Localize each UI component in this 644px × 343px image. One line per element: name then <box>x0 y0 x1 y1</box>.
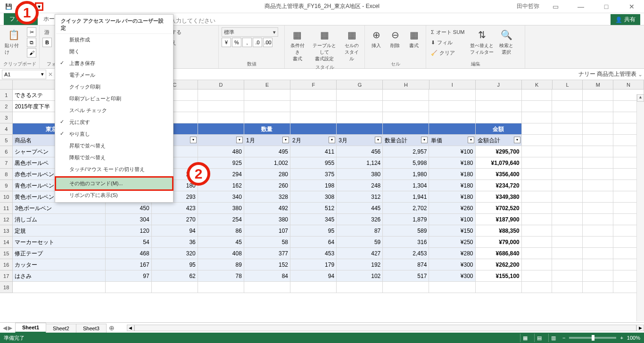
cell[interactable] <box>198 90 244 101</box>
row-header[interactable]: 12 <box>0 214 13 225</box>
cell[interactable] <box>583 259 613 270</box>
cell[interactable]: ¥88,350 <box>476 225 522 237</box>
cell[interactable] <box>583 112 613 123</box>
column-header[interactable]: E <box>244 80 290 89</box>
cell[interactable] <box>583 282 613 293</box>
cell[interactable] <box>522 101 553 112</box>
qat-show-below-ribbon[interactable]: リボンの下に表示(S) <box>56 189 172 201</box>
cell[interactable]: 95 <box>290 225 337 237</box>
cell[interactable] <box>583 157 613 169</box>
cell[interactable] <box>429 101 475 112</box>
close-icon[interactable]: ✕ <box>622 0 641 13</box>
cell[interactable] <box>552 270 583 282</box>
cell[interactable]: 金額合計▾ <box>476 135 522 146</box>
cell[interactable] <box>429 112 475 123</box>
share-button[interactable]: 👤共有 <box>611 14 640 25</box>
column-header[interactable]: L <box>553 80 583 89</box>
cell[interactable]: ¥180 <box>429 169 475 180</box>
cell[interactable]: ¥79,000 <box>476 237 522 248</box>
cell[interactable] <box>198 112 244 123</box>
cell[interactable]: 316 <box>383 237 429 248</box>
zoom-in-icon[interactable]: + <box>620 335 623 341</box>
cell[interactable]: ▾ <box>198 135 244 146</box>
cell[interactable] <box>522 123 553 135</box>
row-header[interactable]: 8 <box>0 169 13 180</box>
qat-menu-item[interactable]: 降順で並べ替え <box>56 152 172 163</box>
cell[interactable] <box>244 112 290 123</box>
cell[interactable] <box>552 225 583 237</box>
cell[interactable] <box>337 112 383 123</box>
column-header[interactable]: J <box>476 80 522 89</box>
filter-icon[interactable]: ▾ <box>468 137 474 143</box>
qat-menu-item[interactable]: ✓元に戻す <box>56 116 172 128</box>
cell[interactable]: 102 <box>337 270 383 282</box>
cell[interactable]: 328 <box>244 191 290 203</box>
cell[interactable]: 36 <box>152 237 198 248</box>
cell[interactable]: 427 <box>337 248 383 259</box>
cell[interactable]: ¥150 <box>429 225 475 237</box>
cell[interactable] <box>522 270 553 282</box>
cell[interactable] <box>337 282 383 293</box>
cell[interactable] <box>522 169 553 180</box>
cell[interactable] <box>583 237 613 248</box>
cell[interactable]: 金額 <box>476 123 522 135</box>
cell[interactable] <box>383 101 429 112</box>
cell[interactable] <box>337 123 383 135</box>
cell[interactable]: マーカーセット <box>13 237 105 248</box>
cell[interactable] <box>552 112 583 123</box>
sheet-nav-prev-icon[interactable]: ◀ <box>3 325 7 331</box>
cell[interactable] <box>476 90 522 101</box>
maximize-icon[interactable]: □ <box>597 0 616 13</box>
cell[interactable]: 1月▾ <box>244 135 290 146</box>
format-as-table-button[interactable]: ▦テーブルとして 書式設定 <box>309 27 340 63</box>
qat-menu-item[interactable]: 印刷プレビューと印刷 <box>56 93 172 105</box>
cell[interactable] <box>583 248 613 259</box>
qat-menu-item[interactable]: ✓やり直し <box>56 128 172 140</box>
cell[interactable] <box>152 282 198 293</box>
scroll-track[interactable] <box>134 325 636 331</box>
cell[interactable]: 375 <box>290 169 337 180</box>
cell[interactable] <box>583 123 613 135</box>
cell[interactable]: ¥262,200 <box>476 259 522 270</box>
cell[interactable] <box>522 135 553 146</box>
qat-menu-item[interactable]: タッチ/マウス モードの切り替え <box>56 163 172 175</box>
filter-icon[interactable]: ▾ <box>190 137 197 143</box>
cell[interactable]: 453 <box>290 248 337 259</box>
cell[interactable] <box>552 248 583 259</box>
cell[interactable]: 1,002 <box>244 157 290 169</box>
cell[interactable]: 94 <box>290 270 337 282</box>
cell[interactable]: 107 <box>244 225 290 237</box>
cell[interactable] <box>583 203 613 214</box>
cell[interactable] <box>522 191 553 203</box>
cell[interactable] <box>429 282 475 293</box>
cell[interactable] <box>522 112 553 123</box>
cell[interactable]: 62 <box>152 270 198 282</box>
cell[interactable] <box>522 248 553 259</box>
cell[interactable]: 2月▾ <box>290 135 337 146</box>
cell[interactable] <box>522 214 553 225</box>
cell[interactable] <box>337 90 383 101</box>
column-header[interactable]: D <box>198 80 244 89</box>
cell[interactable] <box>106 282 152 293</box>
qat-menu-item[interactable]: クイック印刷 <box>56 81 172 93</box>
cell[interactable]: ¥686,840 <box>476 248 522 259</box>
cell[interactable]: 84 <box>244 270 290 282</box>
cell[interactable] <box>552 259 583 270</box>
cell[interactable]: 152 <box>244 259 290 270</box>
column-header[interactable]: M <box>583 80 613 89</box>
cell[interactable]: はさみ <box>13 270 105 282</box>
row-header[interactable]: 9 <box>0 180 13 191</box>
cell[interactable]: ¥1,079,640 <box>476 157 522 169</box>
cell[interactable]: 304 <box>106 214 152 225</box>
cell[interactable]: 86 <box>198 225 244 237</box>
cell[interactable] <box>583 180 613 191</box>
cell[interactable]: 1,941 <box>383 191 429 203</box>
cell[interactable]: 468 <box>106 248 152 259</box>
sheet-nav-next-icon[interactable]: ▶ <box>8 325 12 331</box>
cell[interactable]: 198 <box>290 180 337 191</box>
cell[interactable]: ¥100 <box>429 146 475 157</box>
save-icon[interactable]: 💾 <box>4 2 13 11</box>
cell[interactable]: 定規 <box>13 225 105 237</box>
cell[interactable]: 1,879 <box>383 214 429 225</box>
cell[interactable] <box>522 282 553 293</box>
